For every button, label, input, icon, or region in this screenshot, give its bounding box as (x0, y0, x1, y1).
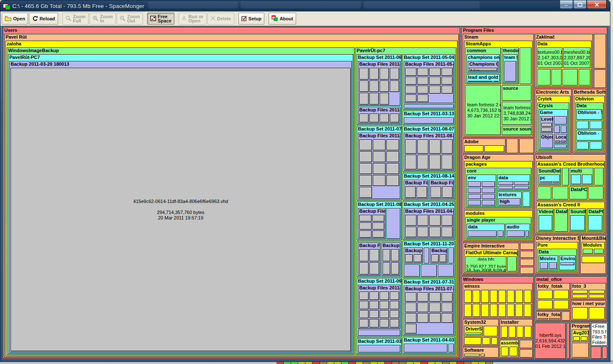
file-block[interactable] (520, 243, 534, 250)
dir-data[interactable]: data (497, 175, 530, 191)
file-block[interactable] (509, 326, 516, 337)
file-block[interactable] (372, 215, 385, 222)
dir-backup-files-2011-0[interactable]: Backup Files 2011-0 (358, 133, 400, 199)
dir-backup-2011-03-20-180013[interactable]: Backup 2011-03-20 180013415e9c62-0614-11… (9, 61, 352, 353)
dir-installer[interactable]: Installer (500, 319, 533, 339)
dir-mount-bla[interactable]: Mount&BlaModules (580, 235, 606, 274)
file-block[interactable] (464, 337, 481, 345)
dir-instal-ofice[interactable]: instal_oficefotky_fotakfotky_fotak0foto_… (535, 276, 607, 322)
file-block[interactable] (438, 264, 454, 276)
dir-modules[interactable]: modulessingle playerdataaudio (464, 210, 532, 241)
file-block[interactable] (562, 311, 570, 321)
file-block[interactable] (429, 155, 441, 169)
dir-backup-set-2011-05-04-23[interactable]: Backup Set 2011-05-04 23Backup Files 201… (403, 54, 455, 110)
file-block[interactable] (549, 262, 557, 269)
file-block[interactable] (537, 186, 551, 199)
file-block[interactable] (579, 69, 591, 85)
file-block[interactable] (537, 300, 553, 309)
file-block[interactable] (424, 247, 429, 264)
dir-champions-online[interactable]: Champions OnlineLive (468, 61, 498, 72)
file-block[interactable] (594, 69, 606, 88)
file-block[interactable] (383, 249, 391, 261)
file-block[interactable] (383, 262, 391, 275)
file-block[interactable] (442, 227, 453, 238)
dir-backup-files-2011-06-12[interactable]: Backup Files 2011-06-12 (358, 107, 400, 124)
file-block[interactable] (468, 81, 493, 82)
file-block[interactable] (484, 145, 504, 152)
file-block[interactable] (429, 68, 441, 76)
dir-backup-set-2011-04-03-1921[interactable]: Backup Set 2011-04-03 1921 (403, 337, 455, 354)
file-block[interactable] (405, 324, 417, 333)
file-block[interactable] (588, 186, 604, 199)
file-block[interactable] (520, 251, 534, 258)
file-block[interactable] (468, 181, 481, 187)
file-block[interactable] (602, 347, 608, 359)
file-block[interactable] (498, 186, 513, 190)
file-block[interactable] (464, 145, 484, 152)
dir-data[interactable]: data (467, 224, 505, 238)
file-block[interactable] (380, 319, 389, 328)
file-block[interactable] (390, 292, 399, 300)
file-block[interactable] (405, 227, 417, 238)
dir-fotky-fotak[interactable]: fotky_fotak (536, 283, 570, 311)
dir-lead-and-gold-gang[interactable]: lead and gold gang (467, 74, 499, 83)
dir-crytek[interactable]: CrytekCrysisGameLevelsObjectsLocalized (536, 96, 571, 152)
file-block[interactable] (417, 155, 429, 169)
file-block[interactable] (571, 175, 581, 184)
file-block[interactable] (359, 222, 372, 230)
file-block[interactable] (358, 330, 400, 336)
file-block[interactable] (520, 259, 534, 266)
file-block[interactable] (526, 231, 529, 237)
free-space-box[interactable]: <Free Spa793.5 MbFiles TotaFolders T (591, 323, 607, 346)
dir-modules[interactable]: Modules (582, 242, 605, 255)
file-block[interactable] (390, 319, 399, 328)
file-block[interactable] (369, 93, 379, 105)
app-icon[interactable] (3, 3, 10, 9)
file-block[interactable] (491, 337, 497, 345)
file-block[interactable] (405, 68, 417, 76)
file-block[interactable] (442, 292, 453, 302)
dir-pure[interactable]: PureDataMoviesEnvironm (536, 242, 579, 273)
file-block[interactable] (359, 292, 369, 300)
dir-backup-f[interactable]: Backup F (430, 247, 448, 264)
dir-item[interactable]: Backup FileBackup F (357, 241, 402, 277)
dir-backup-set-2011-08-28-19[interactable]: Backup Set 2011-08-28 19Backup Files 20 (357, 201, 402, 241)
file-block[interactable] (572, 307, 588, 320)
dir-users[interactable]: UsersPavel RůtzalohaWindowsImageBackupPa… (3, 27, 460, 359)
dir-single-player[interactable]: single playerdataaudio (465, 217, 531, 239)
file-block[interactable] (404, 117, 454, 124)
file-block[interactable] (537, 290, 553, 299)
dir-backup-files-201[interactable]: Backup Files 201 (404, 180, 428, 199)
file-block[interactable] (442, 86, 453, 94)
file-block[interactable] (468, 188, 481, 193)
dir-textures[interactable]: textureshigh (497, 192, 522, 207)
file-block[interactable] (386, 151, 399, 162)
dir-backup-f[interactable]: Backup F (381, 242, 400, 276)
file-textures00-bif[interactable]: textures00.bif2,147,303,074 01 Oct 2007 … (537, 47, 563, 68)
dir-ubisoft[interactable]: UbisoftAssassin's Creed BrotherhoodSound… (535, 154, 606, 234)
file-block[interactable] (359, 215, 372, 222)
file-team-fortress-2-co[interactable]: team fortress 2 co4,673,736,152 byte30 J… (465, 85, 501, 135)
dir-backup-files-2011-05-04[interactable]: Backup Files 2011-05-04 (404, 61, 454, 103)
dir-backup-set-2011-08-14-192946[interactable]: Backup Set 2011-08-14 192946Backup Files… (403, 173, 455, 200)
dir-videos[interactable]: Videos (537, 208, 554, 232)
dir-flatout-ultimate-carnage[interactable]: FlatOut Ultimate Carnagedata.bfs 3,750,8… (464, 250, 518, 273)
dir-windows[interactable]: WindowswinsxsSystem32DriverStSoftwareIns… (462, 276, 534, 359)
dir-datapc[interactable]: DataPC (569, 186, 588, 199)
file-block[interactable] (524, 290, 532, 303)
dir-pc[interactable]: pc (539, 175, 560, 184)
file-block[interactable] (429, 139, 441, 154)
file-block[interactable] (594, 168, 604, 186)
dir-pavelr-t-pc7[interactable]: PavelRůt-PC7Backup 2011-03-20 180013415e… (8, 54, 353, 354)
file-block[interactable] (372, 231, 385, 238)
file-block[interactable] (554, 144, 567, 148)
file-block[interactable] (589, 290, 605, 294)
dir-core[interactable]: coreenvdatatextureshigh (465, 168, 531, 208)
dir-assassin-s-creed-brotherhood[interactable]: Assassin's Creed BrotherhoodSoundDatapcm… (536, 161, 605, 201)
open-button[interactable]: Open (2, 13, 28, 25)
dir-backup-set-2011-06-05-1956[interactable]: Backup Set 2011-06-05 1956Backup Files 2… (357, 54, 402, 125)
file-block[interactable] (583, 249, 593, 254)
file-block[interactable] (520, 340, 533, 348)
file-block[interactable] (582, 256, 605, 263)
dir-fotky-fotak0[interactable]: fotky_fotak0 (536, 311, 561, 321)
